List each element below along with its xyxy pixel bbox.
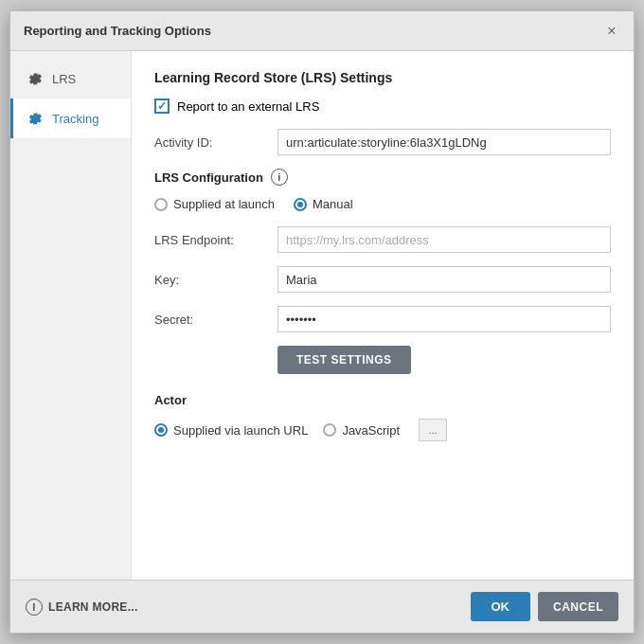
endpoint-row: LRS Endpoint: [154, 226, 611, 253]
browse-button[interactable]: ... [419, 419, 447, 441]
actor-title: Actor [154, 393, 611, 407]
manual-radio-label: Manual [313, 197, 353, 211]
learn-more-label: LEARN MORE... [48, 600, 138, 614]
launch-url-radio-outer [154, 423, 168, 437]
report-external-lrs-checkbox[interactable]: ✓ [154, 98, 170, 114]
supplied-radio-label: Supplied at launch [173, 197, 275, 211]
lrs-config-title: LRS Configuration [154, 170, 263, 185]
activity-id-input[interactable] [277, 129, 611, 155]
key-row: Key: [154, 266, 611, 293]
dialog-title: Reporting and Tracking Options [24, 24, 211, 38]
launch-url-radio-inner [158, 427, 164, 433]
sidebar-item-lrs[interactable]: LRS [10, 59, 131, 98]
main-content: Learning Record Store (LRS) Settings ✓ R… [132, 51, 634, 580]
javascript-radio-outer [323, 423, 336, 437]
learn-more-link[interactable]: i LEARN MORE... [26, 599, 138, 616]
supplied-radio-outer [154, 198, 168, 211]
secret-input[interactable] [277, 306, 611, 332]
key-label: Key: [154, 273, 277, 287]
reporting-tracking-dialog: Reporting and Tracking Options × LRS [9, 10, 635, 634]
dialog-footer: i LEARN MORE... OK CANCEL [10, 580, 634, 633]
javascript-radio-label: JavaScript [342, 423, 400, 438]
secret-label: Secret: [154, 313, 277, 327]
endpoint-input[interactable] [277, 226, 611, 253]
sidebar-item-tracking[interactable]: Tracking [10, 98, 131, 138]
supplied-at-launch-option[interactable]: Supplied at launch [154, 197, 275, 211]
learn-more-info-icon: i [26, 599, 43, 616]
checkmark-icon: ✓ [157, 100, 167, 112]
report-checkbox-label: Report to an external LRS [177, 99, 319, 114]
manual-option[interactable]: Manual [294, 197, 353, 211]
manual-radio-inner [297, 202, 303, 207]
lrs-section-title: Learning Record Store (LRS) Settings [154, 70, 611, 85]
endpoint-label: LRS Endpoint: [154, 233, 277, 247]
sidebar-tracking-label: Tracking [52, 112, 98, 126]
gear-icon-tracking [26, 110, 43, 127]
launch-url-radio-label: Supplied via launch URL [173, 423, 308, 438]
supplied-via-launch-url-option[interactable]: Supplied via launch URL [154, 423, 308, 438]
lrs-config-radio-row: Supplied at launch Manual [154, 197, 611, 211]
activity-id-label: Activity ID: [154, 135, 277, 150]
report-checkbox-row: ✓ Report to an external LRS [154, 98, 611, 114]
actor-section: Actor Supplied via launch URL JavaScript… [154, 393, 611, 441]
info-icon[interactable]: i [271, 169, 288, 186]
lrs-config-header: LRS Configuration i [154, 169, 611, 186]
footer-buttons: OK CANCEL [471, 592, 619, 621]
dialog-titlebar: Reporting and Tracking Options × [10, 11, 634, 51]
ok-button[interactable]: OK [471, 592, 531, 621]
activity-id-row: Activity ID: [154, 129, 611, 155]
gear-icon [26, 70, 43, 87]
javascript-option[interactable]: JavaScript [323, 423, 400, 438]
manual-radio-outer [294, 198, 307, 211]
key-input[interactable] [277, 266, 611, 293]
close-button[interactable]: × [603, 23, 620, 40]
secret-row: Secret: [154, 306, 611, 332]
actor-radio-row: Supplied via launch URL JavaScript ... [154, 419, 611, 441]
cancel-button[interactable]: CANCEL [538, 592, 618, 621]
dialog-body: LRS Tracking Learning Record Store (LRS)… [10, 51, 634, 580]
test-settings-button[interactable]: TEST SETTINGS [277, 346, 411, 374]
sidebar-lrs-label: LRS [52, 72, 76, 86]
sidebar: LRS Tracking [10, 51, 132, 580]
